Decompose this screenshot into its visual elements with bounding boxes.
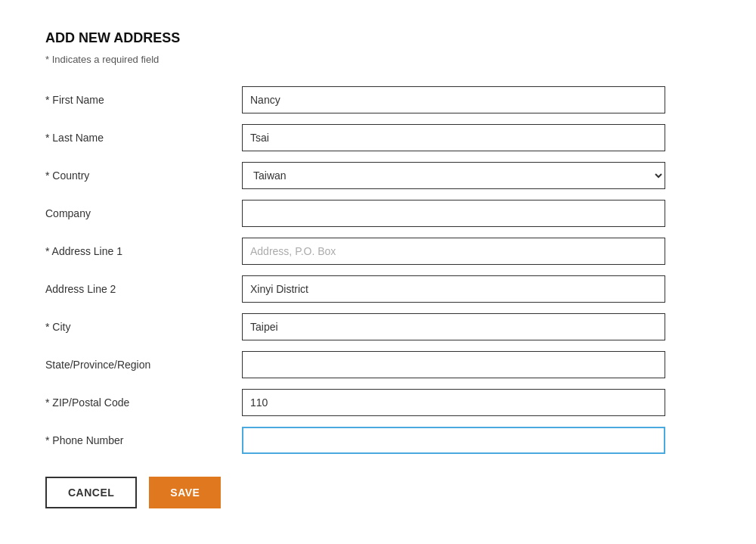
company-input[interactable] — [242, 200, 665, 227]
address-line1-input[interactable] — [242, 238, 665, 265]
country-select[interactable]: Taiwan United States Canada Japan Other — [242, 162, 665, 189]
phone-row: * Phone Number — [45, 427, 665, 454]
last-name-input[interactable] — [242, 124, 665, 151]
state-label: State/Province/Region — [45, 359, 242, 371]
address-line1-label: * Address Line 1 — [45, 245, 242, 257]
zip-input[interactable] — [242, 389, 665, 416]
first-name-row: * First Name — [45, 86, 665, 113]
first-name-label: * First Name — [45, 94, 242, 106]
cancel-button[interactable]: CANCEL — [45, 477, 137, 508]
first-name-input[interactable] — [242, 86, 665, 113]
country-label: * Country — [45, 169, 242, 182]
form-title: ADD NEW ADDRESS — [45, 30, 665, 46]
add-address-form: ADD NEW ADDRESS * Indicates a required f… — [45, 30, 665, 508]
last-name-row: * Last Name — [45, 124, 665, 151]
city-label: * City — [45, 321, 242, 333]
zip-row: * ZIP/Postal Code — [45, 389, 665, 416]
address-line1-row: * Address Line 1 — [45, 238, 665, 265]
zip-label: * ZIP/Postal Code — [45, 396, 242, 409]
address-line2-row: Address Line 2 — [45, 275, 665, 303]
save-button[interactable]: SAVE — [149, 477, 221, 508]
country-row: * Country Taiwan United States Canada Ja… — [45, 162, 665, 189]
phone-label: * Phone Number — [45, 434, 242, 446]
required-note: * Indicates a required field — [45, 54, 665, 65]
state-row: State/Province/Region — [45, 351, 665, 378]
city-row: * City — [45, 313, 665, 340]
address-line2-input[interactable] — [242, 275, 665, 303]
buttons-row: CANCEL SAVE — [45, 477, 665, 508]
last-name-label: * Last Name — [45, 132, 242, 144]
state-input[interactable] — [242, 351, 665, 378]
address-line2-label: Address Line 2 — [45, 283, 242, 295]
company-row: Company — [45, 200, 665, 227]
company-label: Company — [45, 207, 242, 219]
phone-input[interactable] — [242, 427, 665, 454]
city-input[interactable] — [242, 313, 665, 340]
